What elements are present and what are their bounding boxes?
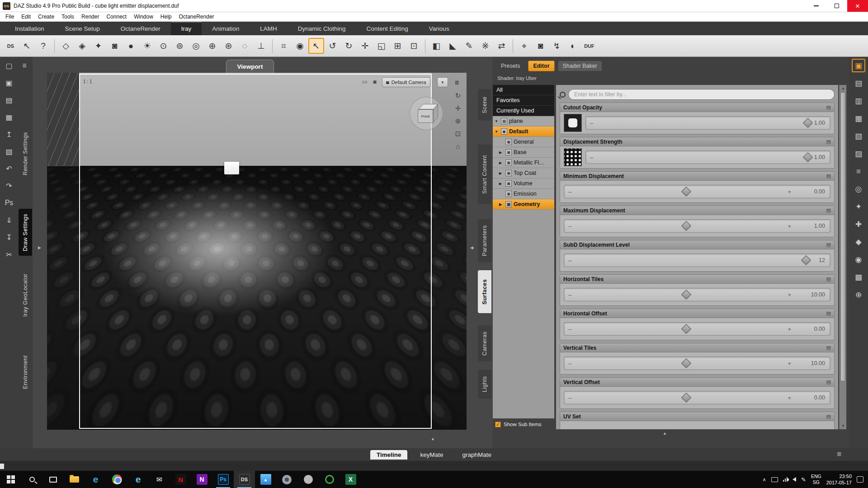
parameter-slider[interactable]: 1.00 — [585, 116, 830, 130]
surface-selection-icon[interactable]: ◧ — [429, 38, 444, 54]
tab-various[interactable]: Various — [419, 22, 460, 35]
network-tray-icon[interactable] — [783, 477, 788, 482]
clock-app-button[interactable] — [319, 471, 340, 488]
axes-icon[interactable]: ⊕ — [204, 38, 220, 54]
start-button[interactable] — [0, 471, 21, 488]
tab-presets[interactable]: Presets — [496, 61, 524, 71]
parameter-menu-icon[interactable] — [826, 139, 831, 145]
cube-front-face[interactable]: Front — [418, 109, 433, 123]
new-null-icon[interactable]: ✦ — [90, 38, 106, 54]
slider-handle[interactable] — [682, 290, 691, 299]
zoom-tool-icon[interactable]: ⊕ — [453, 116, 463, 126]
tree-item-base[interactable]: ▶ ▣ Base — [493, 147, 554, 158]
parameter-menu-icon[interactable] — [826, 173, 831, 179]
pen-tray-icon[interactable]: ✎ — [801, 476, 806, 483]
dotted-circle-icon[interactable]: ◌ — [237, 38, 253, 54]
parameter-value[interactable]: 0.00 — [814, 326, 825, 332]
filter-all[interactable]: All — [493, 85, 554, 95]
axes-alt-icon[interactable]: ⊛ — [221, 38, 236, 54]
pointer-tool-icon[interactable]: ↖ — [308, 38, 324, 54]
aspect-frame-icon[interactable]: ▭ — [361, 78, 369, 85]
tab-parameters[interactable]: Parameters — [478, 219, 491, 262]
render-icon[interactable]: ↯ — [549, 38, 565, 54]
tab-iray[interactable]: Iray — [171, 22, 202, 35]
tab-keymate[interactable]: keyMate — [414, 450, 449, 460]
parameter-slider[interactable]: 1.00 — [585, 150, 830, 164]
tree-item-volume[interactable]: ▶ ▣ Volume — [493, 178, 554, 189]
layout-window-5-icon[interactable]: ▨ — [849, 145, 868, 163]
rotate-cw-tool-icon[interactable]: ↻ — [341, 38, 357, 54]
tab-octanerender[interactable]: OctaneRender — [110, 22, 171, 35]
steam-button[interactable] — [276, 471, 297, 488]
parameter-value[interactable]: 1.00 — [814, 120, 825, 126]
menu-edit[interactable]: Edit — [18, 14, 34, 20]
tree-expand-icon[interactable]: ▶ — [499, 182, 504, 186]
slider-handle[interactable] — [682, 187, 691, 196]
tab-shader-baker[interactable]: Shader Baker — [558, 61, 602, 71]
parameter-title-bar[interactable]: Cutout Opacity — [560, 103, 834, 112]
tab-animation[interactable]: Animation — [202, 22, 250, 35]
slider-handle[interactable] — [803, 152, 813, 162]
layout-window-1-icon[interactable]: ▤ — [849, 75, 868, 92]
menu-tools[interactable]: Tools — [58, 14, 78, 20]
snip-tool-icon[interactable]: ✂ — [0, 246, 18, 263]
parameter-menu-icon[interactable] — [826, 104, 831, 110]
slider-handle[interactable] — [682, 324, 691, 333]
viewport-options-icon[interactable] — [452, 77, 462, 87]
display-tray-icon[interactable] — [771, 477, 778, 482]
slider-minus-icon[interactable] — [568, 188, 571, 195]
slider-minus-icon[interactable] — [590, 154, 593, 161]
tree-item-metallic-flakes[interactable]: ▶ ▣ Metallic Fl... — [493, 158, 554, 168]
volume-tray-icon[interactable] — [793, 477, 796, 482]
viewport-pane-tab[interactable]: Viewport — [226, 60, 274, 73]
tab-installation[interactable]: Installation — [5, 22, 55, 35]
menu-octanerender[interactable]: OctaneRender — [175, 14, 218, 20]
new-group-icon[interactable]: ◈ — [74, 38, 90, 54]
file-explorer-button[interactable] — [64, 471, 85, 488]
active-pane-icon[interactable]: ▣ — [852, 59, 865, 72]
tab-editor[interactable]: Editor — [528, 61, 554, 71]
tab-environment[interactable]: Environment — [19, 349, 32, 396]
parameter-value[interactable]: 10.00 — [811, 360, 825, 366]
parameter-slider[interactable]: 0.00 — [564, 322, 830, 336]
tree-item-general[interactable]: ▣ General — [493, 137, 554, 147]
tree-item-geometry[interactable]: ▶ ▣ Geometry — [493, 199, 554, 210]
tab-surfaces[interactable]: Surfaces — [478, 270, 491, 313]
app-gray-button[interactable] — [297, 471, 319, 488]
globe-icon[interactable]: ⊕ — [849, 286, 868, 304]
hidden-icons-chevron[interactable]: ∧ — [762, 477, 766, 483]
camera-capture-icon[interactable]: ◙ — [533, 38, 548, 54]
parameter-menu-icon[interactable] — [826, 207, 831, 213]
view-orientation-cube[interactable]: Front — [410, 97, 443, 130]
parameter-thumbnail[interactable] — [564, 148, 582, 166]
internet-explorer-button[interactable]: e — [127, 471, 149, 488]
tree-item-emission[interactable]: ▣ Emission — [493, 189, 554, 199]
parameter-slider[interactable]: 0.00 — [564, 391, 830, 404]
photoshop-bridge-icon[interactable]: Ps — [0, 194, 18, 211]
content-library-icon[interactable]: ▤ — [0, 91, 18, 108]
slider-handle[interactable] — [682, 358, 691, 368]
frame-view-icon[interactable]: ⊡ — [453, 129, 463, 138]
menu-file[interactable]: File — [2, 14, 18, 20]
filter-currently-used[interactable]: Currently Used — [493, 106, 554, 116]
parameter-menu-icon[interactable] — [826, 379, 831, 385]
parameter-slider[interactable]: 0.00 — [564, 185, 830, 198]
onenote-button[interactable]: N — [191, 471, 212, 488]
download-icon[interactable]: ↧ — [0, 229, 18, 246]
slider-handle[interactable] — [682, 393, 691, 402]
tree-expand-icon[interactable]: ▼ — [495, 130, 499, 134]
right-pane-grip[interactable]: ◀ — [470, 245, 473, 250]
parameters-scrollbar[interactable]: ▲ ▼ — [839, 85, 846, 429]
tab-iray-geolocator[interactable]: Iray GeoLocator — [19, 266, 32, 324]
target-icon[interactable]: ◎ — [849, 180, 868, 198]
scrollbar-thumb[interactable] — [840, 92, 845, 381]
slider-handle[interactable] — [803, 118, 813, 127]
minimize-button[interactable] — [806, 0, 826, 12]
slider-handle[interactable] — [801, 255, 811, 265]
tab-timeline[interactable]: Timeline — [370, 450, 408, 460]
pan-tool-icon[interactable]: ✛ — [453, 103, 463, 113]
slider-plus-icon[interactable] — [788, 394, 791, 401]
camera-view-icon[interactable]: ◙ — [371, 78, 379, 85]
slider-minus-icon[interactable] — [568, 360, 571, 367]
help-icon[interactable]: ? — [35, 38, 51, 54]
